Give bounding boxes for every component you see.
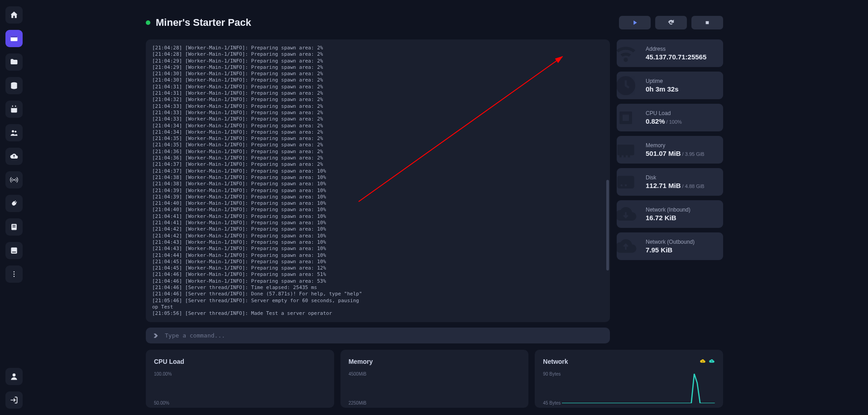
svg-point-17 [14, 276, 15, 277]
wifi-icon [617, 41, 638, 66]
nav-home[interactable] [5, 6, 23, 24]
svg-rect-6 [15, 106, 16, 107]
stat-net-out: Network (Outbound) 7.95 KiB [617, 232, 723, 260]
terminal-icon [10, 34, 19, 43]
stat-memory: Memory 501.07 MiB / 3.95 GiB [617, 136, 723, 164]
stats-column: Address 45.137.70.71:25565 Uptime 0h 3m … [617, 39, 723, 343]
stat-value: 0h 3m 32s [646, 85, 679, 93]
svg-point-28 [620, 184, 623, 186]
stat-label: Address [646, 46, 706, 52]
stat-disk: Disk 112.71 MiB / 4.88 GiB [617, 168, 723, 196]
chart-title: CPU Load [154, 358, 326, 365]
clock-icon [617, 73, 638, 98]
svg-rect-5 [12, 106, 13, 107]
svg-rect-27 [617, 176, 634, 188]
sidebar [0, 0, 28, 415]
nav-console[interactable] [5, 30, 23, 47]
charts-row: CPU Load 100.00% 50.00% Memory 4500MiB 2… [146, 350, 723, 408]
calendar-icon [10, 105, 19, 114]
svg-point-7 [12, 130, 14, 132]
svg-point-9 [13, 179, 14, 180]
svg-rect-24 [619, 155, 622, 157]
stop-icon [704, 19, 711, 26]
tick-label: 90 Bytes [543, 372, 561, 376]
download-cloud-icon [617, 202, 638, 227]
tick-label: 4500MiB [349, 372, 366, 376]
svg-point-15 [14, 271, 15, 273]
nav-files[interactable] [5, 53, 23, 71]
stat-label: Network (Outbound) [646, 239, 695, 245]
nav-network[interactable] [5, 171, 23, 188]
nav-account[interactable] [5, 368, 23, 385]
nav-settings[interactable] [5, 218, 23, 236]
stat-value: 7.95 KiB [646, 246, 695, 254]
svg-rect-4 [11, 106, 17, 108]
stat-value: 112.71 MiB / 4.88 GiB [646, 182, 705, 189]
stat-value: 501.07 MiB / 3.95 GiB [646, 150, 705, 157]
nav-users[interactable] [5, 124, 23, 141]
disk-icon [617, 169, 638, 195]
database-icon [10, 81, 19, 90]
nav-more[interactable] [5, 265, 23, 283]
user-icon [10, 372, 19, 381]
command-bar [146, 328, 610, 343]
stat-label: Memory [646, 142, 705, 149]
svg-point-16 [14, 274, 15, 275]
svg-point-18 [13, 373, 16, 376]
restart-button[interactable] [655, 16, 687, 29]
stat-uptime: Uptime 0h 3m 32s [617, 72, 723, 99]
stop-button[interactable] [691, 16, 723, 29]
svg-point-8 [14, 130, 16, 132]
svg-rect-14 [12, 252, 16, 253]
console-scrollbar[interactable] [606, 180, 609, 270]
settings-icon [10, 222, 19, 232]
svg-rect-25 [623, 155, 626, 157]
play-icon [631, 19, 638, 26]
console-output[interactable]: [21:04:28] [Worker-Main-1/INFO]: Prepari… [146, 39, 610, 322]
home-icon [10, 10, 19, 19]
stat-address[interactable]: Address 45.137.70.71:25565 [617, 39, 723, 67]
chevron-right-icon [153, 333, 159, 339]
upload-cloud-icon [617, 234, 638, 259]
tick-label: 45 Bytes [543, 401, 561, 405]
restart-icon [667, 19, 675, 26]
chart-title: Network [543, 358, 715, 365]
server-icon [10, 246, 19, 255]
svg-rect-19 [706, 21, 709, 24]
status-dot [146, 20, 150, 25]
svg-rect-22 [623, 115, 629, 121]
nav-backups[interactable] [5, 148, 23, 165]
inbound-badge-icon [700, 358, 706, 364]
stat-label: Network (Inbound) [646, 207, 691, 213]
chart-memory: Memory 4500MiB 2250MiB [340, 350, 529, 408]
start-button[interactable] [619, 16, 651, 29]
broadcast-icon [10, 175, 19, 184]
nav-databases[interactable] [5, 77, 23, 94]
command-input[interactable] [165, 332, 603, 339]
stat-cpu: CPU Load 0.82% / 100% [617, 104, 723, 131]
more-icon [10, 270, 19, 279]
svg-rect-1 [11, 36, 18, 37]
stat-value: 16.72 KiB [646, 214, 691, 222]
nav-activity[interactable] [5, 242, 23, 259]
stat-label: Uptime [646, 78, 679, 84]
folder-icon [10, 58, 19, 67]
nav-logout[interactable] [5, 391, 23, 409]
header: Miner's Starter Pack [146, 16, 723, 29]
stat-label: CPU Load [646, 110, 682, 116]
chart-cpu: CPU Load 100.00% 50.00% [146, 350, 334, 408]
main-content: Miner's Starter Pack [21:04:28] [Worker-… [28, 0, 868, 415]
svg-rect-11 [13, 225, 16, 226]
svg-rect-26 [628, 155, 630, 157]
tick-label: 100.00% [154, 372, 172, 376]
svg-point-29 [625, 184, 627, 186]
plug-icon [10, 199, 19, 208]
console-panel: [21:04:28] [Worker-Main-1/INFO]: Prepari… [146, 39, 610, 322]
nav-schedules[interactable] [5, 101, 23, 118]
outbound-badge-icon [709, 358, 715, 364]
logout-icon [10, 396, 19, 405]
memory-icon [617, 137, 638, 163]
stat-label: Disk [646, 174, 705, 181]
nav-startup[interactable] [5, 195, 23, 212]
stat-net-in: Network (Inbound) 16.72 KiB [617, 200, 723, 228]
